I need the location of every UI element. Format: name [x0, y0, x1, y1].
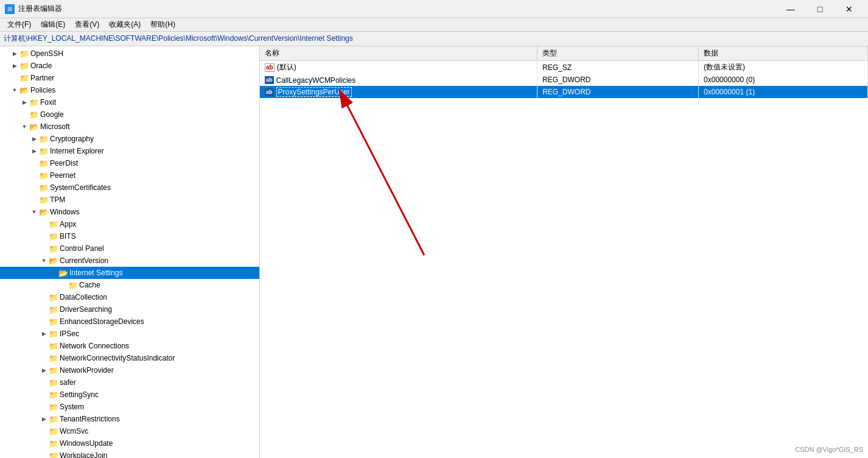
- folder-icon-peerdist: 📁: [39, 158, 49, 168]
- tree-item-tpm[interactable]: 📁TPM: [0, 194, 259, 206]
- tree-label-datacollection: DataCollection: [60, 293, 107, 301]
- folder-icon-networkconnections: 📁: [49, 341, 58, 351]
- tree-item-peernet[interactable]: 📁Peernet: [0, 169, 259, 181]
- table-row[interactable]: abProxySettingsPerUserREG_DWORD0x0000000…: [260, 86, 868, 99]
- menu-file[interactable]: 文件(F): [2, 18, 36, 31]
- table-row[interactable]: abCallLegacyWCMPoliciesREG_DWORD0x000000…: [260, 74, 868, 86]
- menu-edit[interactable]: 编辑(E): [36, 18, 70, 31]
- expand-btn-foxit[interactable]: ▶: [19, 97, 29, 107]
- tree-panel[interactable]: ▶📁OpenSSH▶📁Oracle📁Partner▼📂Policies▶📁Fox…: [0, 46, 260, 458]
- registry-table: 名称 类型 数据 ab(默认)REG_SZ(数值未设置)abCallLegacy…: [260, 46, 868, 98]
- svg-line-1: [339, 90, 424, 255]
- tree-item-enhancedstoragedevices[interactable]: 📁EnhancedStorageDevices: [0, 315, 259, 328]
- expand-btn-internetsettings[interactable]: ▼: [49, 268, 58, 278]
- tree-item-networkconnections[interactable]: 📁Network Connections: [0, 340, 259, 352]
- tree-label-windowsupdate: WindowsUpdate: [60, 439, 113, 448]
- tree-item-google[interactable]: 📁Google: [0, 108, 259, 121]
- tree-item-peerdist[interactable]: 📁PeerDist: [0, 157, 259, 169]
- tree-item-safer[interactable]: 📁safer: [0, 376, 259, 389]
- tree-item-systemcertificates[interactable]: 📁SystemCertificates: [0, 181, 259, 194]
- address-bar: 计算机\HKEY_LOCAL_MACHINE\SOFTWARE\Policies…: [0, 32, 868, 46]
- expand-btn-ipsec[interactable]: ▶: [39, 329, 49, 339]
- expand-btn-microsoft[interactable]: ▼: [19, 122, 29, 132]
- minimize-button[interactable]: —: [777, 0, 805, 18]
- tree-item-networkconnectivitystatusindicator[interactable]: 📁NetworkConnectivityStatusIndicator: [0, 352, 259, 364]
- tree-item-bits[interactable]: 📁BITS: [0, 230, 259, 242]
- expand-btn-cryptography[interactable]: ▶: [29, 134, 39, 144]
- folder-icon-driversearching: 📁: [49, 305, 58, 314]
- table-row[interactable]: ab(默认)REG_SZ(数值未设置): [260, 61, 868, 74]
- tree-item-datacollection[interactable]: 📁DataCollection: [0, 291, 259, 303]
- menu-view[interactable]: 查看(V): [70, 18, 104, 31]
- tree-item-windowsupdate[interactable]: 📁WindowsUpdate: [0, 437, 259, 449]
- tree-label-driversearching: DriverSearching: [60, 305, 112, 314]
- folder-icon-enhancedstoragedevices: 📁: [49, 317, 58, 326]
- tree-item-controlpanel[interactable]: 📁Control Panel: [0, 242, 259, 255]
- folder-icon-appx: 📁: [49, 219, 58, 229]
- tree-label-workplacejoin: WorkplaceJoin: [60, 451, 107, 458]
- tree-item-oracle[interactable]: ▶📁Oracle: [0, 60, 259, 72]
- tree-item-wcmsvc[interactable]: 📁WcmSvc: [0, 425, 259, 437]
- title-bar: ⊞ 注册表编辑器 — □ ✕: [0, 0, 868, 18]
- tree-item-ipsec[interactable]: ▶📁IPSec: [0, 328, 259, 340]
- tree-label-openssh: OpenSSH: [30, 49, 63, 58]
- col-name: 名称: [260, 46, 537, 61]
- main-content: ▶📁OpenSSH▶📁Oracle📁Partner▼📂Policies▶📁Fox…: [0, 46, 868, 458]
- tree-item-workplacejoin[interactable]: 📁WorkplaceJoin: [0, 449, 259, 458]
- expand-btn-windows[interactable]: ▼: [29, 207, 39, 217]
- expand-btn-internet-explorer[interactable]: ▶: [29, 146, 39, 156]
- tree-item-internet-explorer[interactable]: ▶📁Internet Explorer: [0, 145, 259, 157]
- title-bar-controls: — □ ✕: [777, 0, 863, 18]
- tree-item-internetsettings[interactable]: ▼📂Internet Settings: [0, 267, 259, 279]
- tree-item-system[interactable]: 📁System: [0, 401, 259, 413]
- folder-icon-policies: 📂: [19, 85, 29, 95]
- tree-label-oracle: Oracle: [30, 62, 52, 70]
- tree-item-currentversion[interactable]: ▼📂CurrentVersion: [0, 255, 259, 267]
- folder-icon-windowsupdate: 📁: [49, 439, 58, 448]
- expand-btn-currentversion[interactable]: ▼: [39, 256, 49, 266]
- tree-item-cache[interactable]: 📁Cache: [0, 279, 259, 291]
- tree-label-tenantrestrictions: TenantRestrictions: [60, 415, 120, 423]
- tree-label-bits: BITS: [60, 232, 76, 241]
- tree-item-foxit[interactable]: ▶📁Foxit: [0, 96, 259, 108]
- folder-icon-internetsettings: 📂: [58, 268, 68, 278]
- maximize-button[interactable]: □: [806, 0, 834, 18]
- folder-icon-networkprovider: 📁: [49, 365, 58, 375]
- folder-icon-ipsec: 📁: [49, 329, 58, 339]
- menu-favorites[interactable]: 收藏夹(A): [104, 18, 145, 31]
- tree-item-microsoft[interactable]: ▼📂Microsoft: [0, 121, 259, 133]
- folder-icon-workplacejoin: 📁: [49, 451, 58, 458]
- folder-icon-tenantrestrictions: 📁: [49, 414, 58, 424]
- menu-help[interactable]: 帮助(H): [145, 18, 180, 31]
- tree-item-tenantrestrictions[interactable]: ▶📁TenantRestrictions: [0, 413, 259, 425]
- expand-btn-tenantrestrictions[interactable]: ▶: [39, 414, 49, 424]
- cell-data-2: 0x00000001 (1): [699, 86, 868, 99]
- tree-item-appx[interactable]: 📁Appx: [0, 218, 259, 230]
- expand-btn-networkprovider[interactable]: ▶: [39, 365, 49, 375]
- tree-item-networkprovider[interactable]: ▶📁NetworkProvider: [0, 364, 259, 376]
- tree-label-cryptography: Cryptography: [50, 135, 94, 143]
- tree-item-settingsync[interactable]: 📁SettingSync: [0, 389, 259, 401]
- cell-type-1: REG_DWORD: [537, 74, 699, 86]
- expand-btn-policies[interactable]: ▼: [10, 85, 19, 95]
- expand-btn-openssh[interactable]: ▶: [10, 49, 19, 58]
- tree-item-policies[interactable]: ▼📂Policies: [0, 84, 259, 96]
- tree-label-ipsec: IPSec: [60, 329, 79, 338]
- expand-btn-oracle[interactable]: ▶: [10, 61, 19, 71]
- watermark: CSDN @Vigo*GIS_RS: [795, 446, 863, 453]
- cell-data-1: 0x00000000 (0): [699, 74, 868, 86]
- tree-item-partner[interactable]: 📁Partner: [0, 72, 259, 84]
- tree-label-networkprovider: NetworkProvider: [60, 366, 114, 375]
- folder-icon-datacollection: 📁: [49, 292, 58, 302]
- tree-item-cryptography[interactable]: ▶📁Cryptography: [0, 133, 259, 145]
- tree-label-partner: Partner: [30, 74, 54, 82]
- tree-item-openssh[interactable]: ▶📁OpenSSH: [0, 48, 259, 60]
- tree-label-currentversion: CurrentVersion: [60, 256, 108, 265]
- folder-icon-google: 📁: [29, 110, 39, 119]
- tree-item-windows[interactable]: ▼📂Windows: [0, 206, 259, 218]
- folder-icon-networkconnectivitystatusindicator: 📁: [49, 353, 58, 363]
- folder-icon-currentversion: 📂: [49, 256, 58, 266]
- close-button[interactable]: ✕: [835, 0, 863, 18]
- folder-icon-openssh: 📁: [19, 49, 29, 58]
- tree-item-driversearching[interactable]: 📁DriverSearching: [0, 303, 259, 315]
